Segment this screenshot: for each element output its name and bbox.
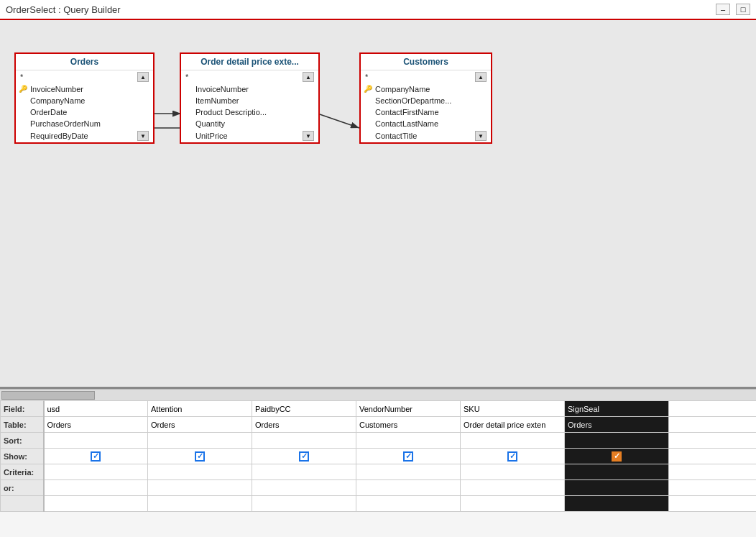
customers-table-header: Customers [361,54,491,70]
grid-cell-criteria-2[interactable] [252,464,356,480]
grid-cell-field-0[interactable]: usd [44,401,148,417]
grid-cell-criteria-4[interactable] [461,464,565,480]
window-title: OrderSelect : Query Builder [6,4,121,15]
grid-cell-show-0[interactable] [44,449,148,464]
orderdetail-scroll-up[interactable]: ▲ [303,72,314,82]
svg-line-2 [318,114,359,128]
grid-cell-sort-4[interactable] [461,433,565,449]
grid-cell-criteria-1[interactable] [148,464,252,480]
checkbox-show-4[interactable] [507,451,517,462]
label-sort: Sort: [1,433,44,449]
orders-table: Orders * ▲ 🔑InvoiceNumber CompanyName Or… [14,52,155,144]
orderdetail-scroll-down[interactable]: ▼ [303,131,314,141]
grid-cell-field-2[interactable]: PaidbyCC [252,401,356,417]
grid-cell-or-3[interactable] [356,480,461,496]
grid-cell-sort-1[interactable] [148,433,252,449]
grid-cell-or-1[interactable] [148,480,252,496]
grid-cell-table-1[interactable]: Orders [148,417,252,433]
orders-table-header: Orders [16,54,153,70]
grid-cell-show-4[interactable] [461,449,565,464]
checkbox-show-1[interactable] [195,451,205,462]
grid-cell-or-5[interactable] [565,480,669,496]
orders-field-companyname: CompanyName [16,95,153,106]
orderdetail-field-itemnumber: ItemNumber [181,95,318,106]
grid-cell-sort-0[interactable] [44,433,148,449]
grid-cell-field-3[interactable]: VendorNumber [356,401,461,417]
orderdetail-field-quantity: Quantity [181,118,318,129]
grid-cell-field-1[interactable]: Attention [148,401,252,417]
grid-row-or: or: [1,480,757,496]
title-bar: OrderSelect : Query Builder – □ [0,0,756,20]
grid-cell-field-6[interactable] [669,401,757,417]
diagram-area: Orders * ▲ 🔑InvoiceNumber CompanyName Or… [0,20,756,387]
grid-cell-sort-3[interactable] [356,433,461,449]
customers-field-star: * ▲ [361,70,491,83]
checkbox-show-0[interactable] [91,451,101,462]
customers-fields-list: * ▲ 🔑CompanyName SectionOrDepartme... Co… [361,70,491,142]
orders-scroll-up[interactable]: ▲ [137,72,149,82]
label-extra1 [1,496,44,512]
window-controls: – □ [716,4,750,15]
orderdetail-table-header: Order detail price exte... [181,54,318,70]
orders-scroll-down[interactable]: ▼ [137,131,149,141]
scrollbar-thumb[interactable] [1,391,95,400]
label-or: or: [1,480,44,496]
grid-cell-criteria-3[interactable] [356,464,461,480]
label-table: Table: [1,417,44,433]
grid-row-extra1 [1,496,757,512]
grid-cell-show-1[interactable] [148,449,252,464]
grid-cell-sort-5[interactable] [565,433,669,449]
grid-row-field: Field: usd Attention PaidbyCC VendorNumb… [1,401,757,417]
customers-field-companyname: 🔑CompanyName [361,83,491,95]
grid-row-sort: Sort: [1,433,757,449]
grid-cell-sort-6[interactable] [669,433,757,449]
checkbox-show-2[interactable] [299,451,309,462]
label-show: Show: [1,449,44,464]
grid-cell-sort-2[interactable] [252,433,356,449]
label-criteria: Criteria: [1,464,44,480]
grid-cell-show-5[interactable] [565,449,669,464]
grid-cell-or-2[interactable] [252,480,356,496]
grid-cell-table-2[interactable]: Orders [252,417,356,433]
grid-row-show: Show: [1,449,757,464]
horizontal-scrollbar[interactable] [0,389,756,400]
customers-table: Customers * ▲ 🔑CompanyName SectionOrDepa… [359,52,492,144]
customers-scroll-up[interactable]: ▲ [475,72,487,82]
maximize-button[interactable]: □ [736,4,750,15]
grid-cell-or-4[interactable] [461,480,565,496]
grid-cell-table-5[interactable]: Orders [565,417,669,433]
grid-cell-or-0[interactable] [44,480,148,496]
orders-field-invoicenumber: 🔑InvoiceNumber [16,83,153,95]
orders-field-star: * ▲ [16,70,153,83]
checkbox-show-3[interactable] [403,451,413,462]
customers-field-sectionordept: SectionOrDepartme... [361,95,491,106]
orders-field-orderdate: OrderDate [16,106,153,118]
customers-field-contactfirstname: ContactFirstName [361,106,491,118]
grid-cell-show-6[interactable] [669,449,757,464]
orderdetail-field-productdesc: Product Descriptio... [181,106,318,118]
orders-field-requiredbydate: RequiredByDate ▼ [16,129,153,142]
grid-cell-show-2[interactable] [252,449,356,464]
grid-cell-table-3[interactable]: Customers [356,417,461,433]
customers-scroll-down[interactable]: ▼ [475,131,487,141]
grid-row-table: Table: Orders Orders Orders Customers Or… [1,417,757,433]
grid-cell-field-5[interactable]: SignSeal [565,401,669,417]
checkbox-show-5[interactable] [612,451,622,462]
grid-cell-table-4[interactable]: Order detail price exten [461,417,565,433]
query-grid: Field: usd Attention PaidbyCC VendorNumb… [0,400,756,512]
grid-cell-criteria-0[interactable] [44,464,148,480]
orderdetail-table: Order detail price exte... * ▲ InvoiceNu… [180,52,320,144]
orderdetail-field-unitprice: UnitPrice ▼ [181,129,318,142]
grid-cell-or-6[interactable] [669,480,757,496]
orderdetail-fields-list: * ▲ InvoiceNumber ItemNumber Product Des… [181,70,318,142]
grid-cell-table-0[interactable]: Orders [44,417,148,433]
grid-cell-criteria-6[interactable] [669,464,757,480]
grid-row-criteria: Criteria: [1,464,757,480]
orders-field-purchaseordernum: PurchaseOrderNum [16,118,153,129]
orders-fields-list: * ▲ 🔑InvoiceNumber CompanyName OrderDate… [16,70,153,142]
grid-cell-show-3[interactable] [356,449,461,464]
grid-cell-table-6[interactable] [669,417,757,433]
grid-cell-criteria-5[interactable] [565,464,669,480]
grid-cell-field-4[interactable]: SKU [461,401,565,417]
minimize-button[interactable]: – [716,4,730,15]
